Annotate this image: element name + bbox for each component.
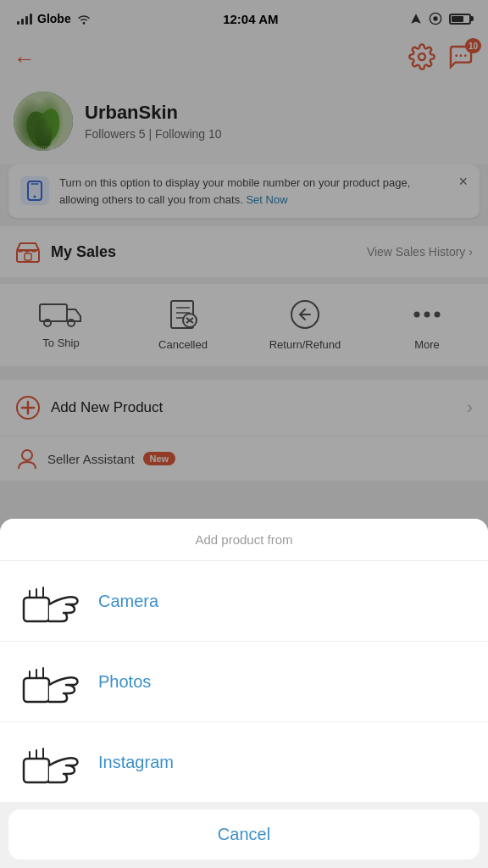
pointing-hand-icon [19,574,83,629]
instagram-hand-icon [17,732,85,792]
cancel-button[interactable]: Cancel [8,810,480,860]
pointing-hand-icon-2 [19,654,83,709]
camera-hand-icon [17,571,85,631]
instagram-label: Instagram [98,753,174,772]
pointing-hand-icon-3 [19,735,83,790]
camera-option[interactable]: Camera [0,561,488,642]
photos-label: Photos [98,672,151,692]
modal-overlay: Add product from [0,0,488,868]
svg-rect-38 [24,678,49,702]
photos-option[interactable]: Photos [0,642,488,722]
modal-header: Add product from [0,519,488,561]
svg-rect-34 [24,598,49,621]
photos-hand-icon [17,652,85,711]
instagram-option[interactable]: Instagram [0,722,488,803]
modal-sheet: Add product from [0,519,488,868]
svg-rect-42 [24,759,49,782]
camera-label: Camera [98,592,158,611]
